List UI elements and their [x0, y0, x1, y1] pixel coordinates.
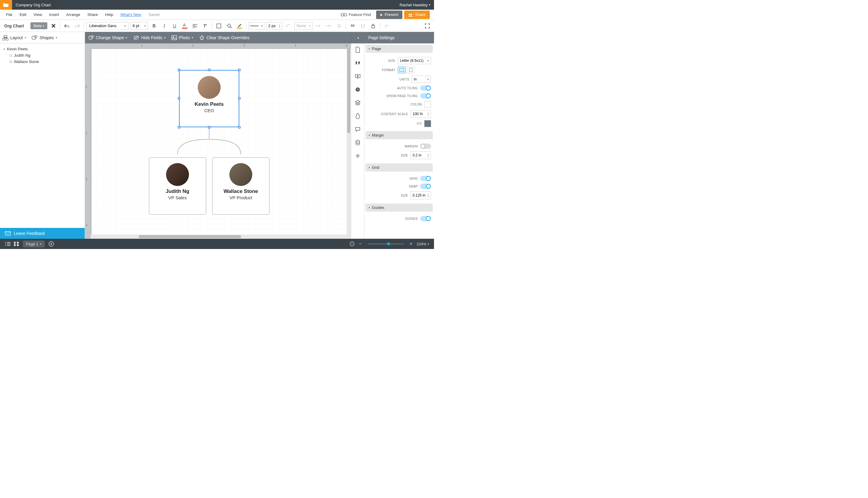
menu-help[interactable]: Help [102, 12, 117, 17]
layout-dropdown[interactable]: Layout▾ [2, 35, 26, 40]
folder-icon[interactable] [0, 0, 12, 10]
org-card-root[interactable]: Kevin Peets CEO [179, 70, 239, 127]
font-size-select[interactable]: 8 pt▾ [131, 22, 148, 30]
shape-fill-icon[interactable] [215, 22, 223, 30]
fill-color-icon[interactable] [225, 22, 233, 30]
leave-feedback-button[interactable]: Leave Feedback [0, 228, 85, 239]
italic-icon[interactable]: I [160, 22, 169, 30]
menu-share[interactable]: Share [84, 12, 102, 17]
user-menu[interactable]: Rachel Hawkley ▾ [400, 3, 434, 7]
canvas[interactable]: 1 2 3 4 5 1 2 3 4 Kevin Peets [85, 43, 351, 239]
tree-root[interactable]: ▾Kevin Peets [4, 46, 81, 52]
theme-icon[interactable] [355, 113, 361, 119]
grid-view-icon[interactable] [12, 240, 21, 248]
fullscreen-icon[interactable] [423, 22, 431, 30]
font-family-select[interactable]: Liberation Sans▾ [86, 22, 129, 30]
fit-button[interactable] [424, 120, 431, 127]
arrow-end-icon[interactable] [315, 22, 323, 30]
resize-handle[interactable] [178, 69, 180, 71]
zoom-level[interactable]: 104%▾ [415, 242, 430, 246]
tree-child[interactable]: Wallace Stone [4, 58, 81, 65]
margin-toggle[interactable] [420, 144, 431, 149]
show-tiling-toggle[interactable] [420, 93, 431, 99]
line-style-select[interactable]: ▾ [249, 22, 264, 30]
line-curve-icon[interactable] [284, 22, 293, 30]
quote-icon[interactable] [355, 60, 361, 66]
link-icon[interactable] [348, 22, 357, 30]
canvas-scrollbar-horizontal[interactable] [90, 235, 351, 239]
undo-icon[interactable] [63, 22, 71, 30]
beta-dropdown[interactable]: Beta▾ [30, 22, 47, 29]
resize-handle[interactable] [238, 97, 241, 100]
zoom-in-icon[interactable]: + [407, 240, 415, 248]
change-shape-dropdown[interactable]: Change Shape▾ [89, 35, 127, 40]
snap-toggle[interactable] [420, 184, 431, 189]
orientation-landscape[interactable] [398, 67, 406, 73]
photo-dropdown[interactable]: Photo▾ [172, 35, 193, 40]
stroke-width-select[interactable]: 2 px ▴▾ [266, 22, 282, 30]
arrow-start-select[interactable]: None▾ [294, 22, 312, 30]
page-surface[interactable]: Kevin Peets CEO Judith Ng VP Sales [92, 49, 348, 239]
margin-size-input[interactable]: 0.2 in ▴▾ [411, 151, 431, 159]
lock-icon[interactable] [369, 22, 377, 30]
shapes-dropdown[interactable]: Shapes▾ [32, 35, 57, 40]
org-card[interactable]: Judith Ng VP Sales [149, 157, 206, 215]
section-margin[interactable]: ▾Margin [365, 131, 433, 139]
canvas-scrollbar-vertical[interactable] [347, 49, 351, 235]
data-icon[interactable] [355, 139, 361, 146]
guides-toggle[interactable] [420, 216, 431, 221]
clear-overrides-button[interactable]: Clear Shape Overrides [199, 35, 249, 40]
auto-tiling-toggle[interactable] [420, 85, 431, 91]
org-card[interactable]: Wallace Stone VP Product [212, 157, 269, 215]
page-icon[interactable] [355, 47, 361, 53]
menu-whats-new[interactable]: What's New [117, 12, 145, 17]
swap-ends-icon[interactable] [335, 22, 343, 30]
resize-handle[interactable] [238, 69, 241, 71]
outline-view-icon[interactable] [4, 240, 12, 248]
align-icon[interactable] [191, 22, 199, 30]
menu-insert[interactable]: Insert [45, 12, 63, 17]
page-color-swatch[interactable] [424, 101, 431, 108]
resize-handle[interactable] [208, 69, 210, 71]
collapse-right-panel-icon[interactable]: ›› [351, 32, 364, 43]
menu-file[interactable]: File [2, 12, 16, 17]
layers-icon[interactable] [355, 100, 361, 106]
tree-child[interactable]: Judith Ng [4, 52, 81, 58]
bold-icon[interactable]: B [150, 22, 158, 30]
zoom-slider[interactable] [368, 243, 404, 245]
share-button[interactable]: Share [404, 11, 430, 19]
present-button[interactable]: ▶ Present [376, 11, 402, 19]
hide-fields-dropdown[interactable]: Hide Fields▾ [133, 35, 165, 40]
text-color-icon[interactable]: A [181, 22, 189, 30]
target-icon[interactable] [348, 240, 356, 248]
redo-icon[interactable] [73, 22, 81, 30]
history-icon[interactable] [355, 86, 361, 93]
close-mode-icon[interactable]: ✕ [49, 22, 57, 30]
border-color-icon[interactable] [235, 22, 243, 30]
orientation-portrait[interactable] [407, 67, 415, 73]
document-title[interactable]: Company Org Chart [12, 3, 51, 7]
grid-toggle[interactable] [420, 176, 431, 181]
section-guides[interactable]: ▾Guides [365, 204, 433, 212]
resize-handle[interactable] [238, 126, 241, 128]
section-grid[interactable]: ▾Grid [365, 163, 433, 171]
resize-handle[interactable] [178, 97, 180, 100]
section-page[interactable]: ▾Page [365, 44, 433, 53]
underline-icon[interactable]: U [170, 22, 179, 30]
feature-find[interactable]: Feature Find [337, 12, 375, 17]
zoom-out-icon[interactable]: − [356, 240, 365, 248]
arrow-middle-icon[interactable] [324, 22, 333, 30]
sparkle-icon[interactable] [355, 153, 361, 159]
page-size-select[interactable]: Letter (8.5x11)▾ [398, 57, 431, 64]
comments-icon[interactable] [355, 126, 361, 133]
units-select[interactable]: in▾ [412, 76, 431, 83]
add-page-icon[interactable] [47, 240, 55, 248]
grid-size-input[interactable]: 0.125 in ▴▾ [411, 192, 431, 199]
magnet-icon[interactable] [359, 22, 367, 30]
text-options-icon[interactable]: T▸ [201, 22, 210, 30]
menu-arrange[interactable]: Arrange [63, 12, 84, 17]
resize-handle[interactable] [208, 126, 210, 128]
wrench-icon[interactable] [383, 22, 391, 30]
presentation-icon[interactable] [355, 73, 361, 80]
content-scale-input[interactable]: 100 % ▴▾ [411, 110, 431, 118]
